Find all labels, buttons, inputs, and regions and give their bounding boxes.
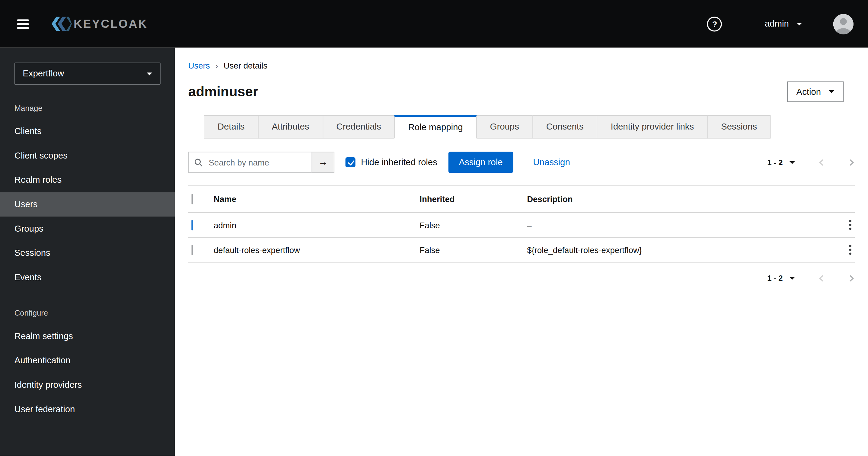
chevron-right-icon[interactable] [848,158,855,167]
tab-identity-provider-links[interactable]: Identity provider links [597,115,708,139]
hide-inherited-roles-group: Hide inherited roles [346,157,437,167]
action-dropdown-label: Action [797,87,821,97]
tab-bar: Details Attributes Credentials Role mapp… [204,115,855,139]
user-menu-label: admin [765,19,789,29]
sidebar: Expertflow Manage Clients Client scopes … [0,48,175,456]
chevron-left-icon[interactable] [818,158,825,167]
pagination-range-toggle[interactable]: 1 - 2 [767,274,795,282]
user-menu[interactable]: admin [765,19,802,29]
role-inherited: False [420,220,527,229]
nav-section-configure: Configure [14,309,175,317]
kebab-menu-icon[interactable] [846,217,855,233]
chevron-right-icon[interactable] [848,274,855,282]
table-row: admin False – [188,212,855,238]
tab-consents[interactable]: Consents [532,115,597,139]
masthead: KEYCLOAK ? admin [0,0,868,48]
role-description: – [527,220,832,229]
sidebar-item-authentication[interactable]: Authentication [0,348,175,373]
select-all-checkbox[interactable] [192,194,193,204]
tab-sessions[interactable]: Sessions [707,115,771,139]
chevron-down-icon [147,72,152,75]
pagination-top: 1 - 2 [767,158,855,167]
search-icon [194,158,203,167]
page-header: adminuser Action [188,82,855,102]
brand-text: KEYCLOAK [74,17,148,30]
avatar[interactable] [833,13,854,34]
caret-down-icon [829,90,834,93]
hide-inherited-roles-label[interactable]: Hide inherited roles [361,157,437,167]
keycloak-logo-icon [50,15,73,33]
realm-selector[interactable]: Expertflow [14,62,161,85]
tab-groups[interactable]: Groups [476,115,533,139]
tab-attributes[interactable]: Attributes [258,115,323,139]
pagination-range-toggle[interactable]: 1 - 2 [767,158,795,167]
kebab-menu-icon[interactable] [846,241,855,258]
role-name: admin [214,220,420,229]
sidebar-item-identity-providers[interactable]: Identity providers [0,373,175,397]
sidebar-item-sessions[interactable]: Sessions [0,241,175,265]
toolbar: → Hide inherited roles Assign role Unass… [188,152,855,173]
search-input[interactable] [208,157,306,168]
action-dropdown-button[interactable]: Action [787,82,843,102]
search-box [188,152,312,173]
sidebar-item-client-scopes[interactable]: Client scopes [0,143,175,168]
table-header-row: Name Inherited Description [188,186,855,212]
arrow-right-icon: → [318,157,328,168]
search-group: → [188,152,334,173]
sidebar-item-realm-settings[interactable]: Realm settings [0,324,175,348]
row-checkbox-admin[interactable] [192,220,193,230]
sidebar-item-users[interactable]: Users [0,192,175,217]
caret-down-icon [789,277,795,279]
keycloak-logo[interactable]: KEYCLOAK [50,15,148,33]
main-content: Users › User details adminuser Action De… [175,48,868,456]
unassign-link[interactable]: Unassign [533,157,570,167]
chevron-left-icon[interactable] [818,274,825,282]
caret-down-icon [789,161,795,164]
role-name: default-roles-expertflow [214,245,420,255]
sidebar-item-realm-roles[interactable]: Realm roles [0,168,175,192]
masthead-right: ? admin [707,13,854,34]
search-submit-button[interactable]: → [312,152,334,173]
hamburger-menu-icon[interactable] [15,15,31,33]
tab-credentials[interactable]: Credentials [322,115,395,139]
nav-section-manage: Manage [14,104,175,112]
column-header-description: Description [527,194,832,203]
breadcrumb: Users › User details [188,48,855,70]
column-header-name: Name [214,194,420,203]
caret-down-icon [797,22,802,25]
pagination-range: 1 - 2 [767,274,783,282]
role-description: ${role_default-roles-expertflow} [527,245,832,255]
sidebar-item-groups[interactable]: Groups [0,217,175,241]
realm-selector-value: Expertflow [23,68,64,79]
sidebar-item-events[interactable]: Events [0,265,175,290]
row-checkbox-default-roles[interactable] [192,245,193,255]
app-window: KEYCLOAK ? admin Expertflow M [0,0,868,456]
breadcrumb-current: User details [224,61,268,70]
page-title: adminuser [188,84,258,99]
pagination-range: 1 - 2 [767,158,783,167]
user-avatar-icon [833,13,854,34]
column-header-inherited: Inherited [420,194,527,203]
hide-inherited-roles-checkbox[interactable] [346,157,355,167]
breadcrumb-users-link[interactable]: Users [188,61,210,70]
sidebar-item-clients[interactable]: Clients [0,119,175,143]
pagination-bottom: 1 - 2 [188,274,855,282]
assign-role-button[interactable]: Assign role [448,152,513,173]
table-row: default-roles-expertflow False ${role_de… [188,238,855,263]
tab-details[interactable]: Details [204,115,258,139]
sidebar-item-user-federation[interactable]: User federation [0,397,175,422]
tab-role-mapping[interactable]: Role mapping [395,115,477,139]
help-icon[interactable]: ? [707,16,722,31]
role-mapping-table: Name Inherited Description admin False –… [188,185,855,263]
breadcrumb-separator-icon: › [216,61,218,70]
role-inherited: False [420,245,527,255]
